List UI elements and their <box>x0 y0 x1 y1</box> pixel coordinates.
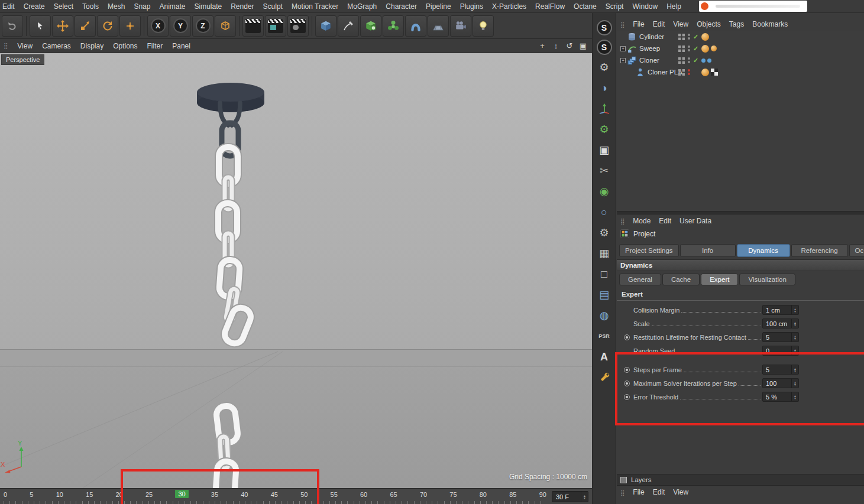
add-deformer-button[interactable] <box>405 15 426 37</box>
tab-info[interactable]: Info <box>680 244 736 257</box>
field-value[interactable]: 1 cm <box>763 307 791 314</box>
keyframe-dots-icon[interactable] <box>688 69 690 75</box>
timeline-tick[interactable]: 85 <box>509 491 516 498</box>
menu-sculpt[interactable]: Sculpt <box>263 2 283 11</box>
om-menu-objects[interactable]: Objects <box>697 20 721 28</box>
enabled-check-icon[interactable]: ✓ <box>693 57 698 64</box>
render-view-button[interactable] <box>242 15 264 37</box>
timeline-tick[interactable]: 0 <box>4 491 7 498</box>
viewport-3d[interactable]: Perspective <box>0 53 592 488</box>
subtab-cache[interactable]: Cache <box>662 274 700 285</box>
current-frame-field[interactable]: 30 F ▲ ▼ <box>552 491 588 502</box>
wrench-icon[interactable] <box>596 369 613 386</box>
x-axis-lock-button[interactable]: X <box>147 15 169 37</box>
enabled-check-icon[interactable]: ✓ <box>693 45 698 53</box>
tab-referencing[interactable]: Referencing <box>791 244 848 257</box>
gear-icon[interactable]: ⚙ <box>596 59 613 76</box>
steps-per-frame-input[interactable]: 5 ▲▼ <box>762 365 799 375</box>
timeline-tick[interactable]: 60 <box>360 491 367 498</box>
scale-input[interactable]: 100 cm ▲▼ <box>762 318 799 329</box>
menu-octane[interactable]: Octane <box>574 2 597 11</box>
om-menu-bookmarks[interactable]: Bookmarks <box>752 20 788 28</box>
menu-select[interactable]: Select <box>54 2 73 11</box>
menu-motion-tracker[interactable]: Motion Tracker <box>292 2 338 11</box>
object-name[interactable]: Cylinder <box>639 33 664 40</box>
render-picture-viewer-button[interactable] <box>265 15 286 37</box>
om-menu-file[interactable]: File <box>633 20 644 28</box>
scale-tool-button[interactable] <box>75 15 96 37</box>
cube-mode-icon[interactable]: □ <box>596 266 613 282</box>
spinner-icon[interactable]: ▲▼ <box>791 319 798 328</box>
add-mograph-button[interactable] <box>383 15 404 37</box>
phong-tag-icon[interactable] <box>701 33 709 41</box>
object-name[interactable]: Sweep <box>639 45 660 52</box>
stack-icon[interactable]: ▤ <box>596 287 613 303</box>
keyframe-radio-icon[interactable] <box>624 367 630 373</box>
am-menu-mode[interactable]: Mode <box>633 217 651 225</box>
keyframe-radio-icon[interactable] <box>624 394 630 400</box>
menu-snap[interactable]: Snap <box>134 2 150 11</box>
last-tool-button[interactable] <box>119 15 141 37</box>
menu-x-particles[interactable]: X-Particles <box>492 2 526 11</box>
menu-plugins[interactable]: Plugins <box>460 2 483 11</box>
field-value[interactable]: 100 cm <box>763 320 791 327</box>
menu-window[interactable]: Window <box>632 2 658 11</box>
menu-animate[interactable]: Animate <box>159 2 185 11</box>
dolly-view-icon[interactable]: ↕ <box>551 41 561 51</box>
keyframe-radio-icon[interactable] <box>624 381 630 386</box>
viewport-menu-display[interactable]: Display <box>80 42 103 50</box>
timeline-tick[interactable]: 5 <box>30 491 33 498</box>
object-name[interactable]: Cloner PLA <box>648 69 682 76</box>
menu-edit[interactable]: Edit <box>2 2 15 11</box>
timeline-tick[interactable]: 75 <box>449 491 457 498</box>
render-settings-button[interactable] <box>287 15 309 37</box>
max-solver-iterations-input[interactable]: 100 ▲▼ <box>762 378 799 388</box>
restitution-lifetime-input[interactable]: 5 ▲▼ <box>762 332 799 342</box>
move-tool-button[interactable] <box>52 15 73 37</box>
axis-mode-icon[interactable] <box>596 100 613 117</box>
mograph-tag-icon[interactable] <box>707 58 711 63</box>
tab-octane[interactable]: Oc <box>849 244 864 257</box>
pin-icon[interactable]: ◉ <box>596 183 613 200</box>
field-value[interactable]: 5 <box>763 334 791 341</box>
spinner-icon[interactable]: ▲▼ <box>791 333 798 342</box>
menu-render[interactable]: Render <box>231 2 254 11</box>
add-camera-button[interactable] <box>450 15 471 37</box>
field-value[interactable]: 100 <box>763 380 791 387</box>
layer-swatch-icon[interactable] <box>678 45 685 52</box>
keyframe-radio-icon[interactable] <box>624 334 630 340</box>
green-gear-icon[interactable]: ⚙ <box>596 121 613 138</box>
grip-icon[interactable]: ⣿ <box>620 21 624 28</box>
menu-realflow[interactable]: RealFlow <box>535 2 565 11</box>
object-row-cloner-pla[interactable]: Cloner PLA <box>617 66 864 78</box>
s-badge-2-icon[interactable]: S <box>597 40 612 55</box>
rotate-tool-button[interactable] <box>97 15 118 37</box>
am-menu-user-data[interactable]: User Data <box>679 217 711 225</box>
add-environment-button[interactable] <box>428 15 449 37</box>
undo-button[interactable] <box>2 15 23 37</box>
picture-frame-icon[interactable]: ▣ <box>596 142 613 158</box>
om-menu-view[interactable]: View <box>673 20 688 28</box>
paint-sphere-icon[interactable]: ◑ <box>596 80 613 96</box>
error-threshold-input[interactable]: 5 % ▲▼ <box>762 392 799 402</box>
object-name[interactable]: Cloner <box>639 57 659 64</box>
gear-sphere-icon[interactable]: ⚙ <box>596 225 613 241</box>
tab-dynamics[interactable]: Dynamics <box>737 244 790 257</box>
field-value[interactable]: 5 <box>763 366 791 373</box>
om-menu-tags[interactable]: Tags <box>729 20 744 28</box>
add-light-button[interactable] <box>473 15 494 37</box>
visibility-dots-icon[interactable] <box>688 57 690 63</box>
viewport-menu-cameras[interactable]: Cameras <box>42 42 71 50</box>
random-seed-input[interactable]: 0 ▲▼ <box>762 346 799 356</box>
z-axis-lock-button[interactable]: Z <box>192 15 213 37</box>
object-row-cylinder[interactable]: Cylinder ✓ <box>617 31 864 43</box>
phong-tag-icon[interactable] <box>701 69 709 76</box>
timeline-tick[interactable]: 45 <box>271 491 278 498</box>
letter-a-icon[interactable]: A <box>596 349 613 365</box>
wrap-sphere-icon[interactable]: ◍ <box>596 307 613 324</box>
timeline-tick[interactable]: 20 <box>116 491 123 498</box>
viewport-menu-options[interactable]: Options <box>113 42 137 50</box>
spinner-icon[interactable]: ▲▼ <box>791 392 798 401</box>
field-value[interactable]: 5 % <box>763 394 791 401</box>
timeline-tick[interactable]: 70 <box>420 491 427 498</box>
